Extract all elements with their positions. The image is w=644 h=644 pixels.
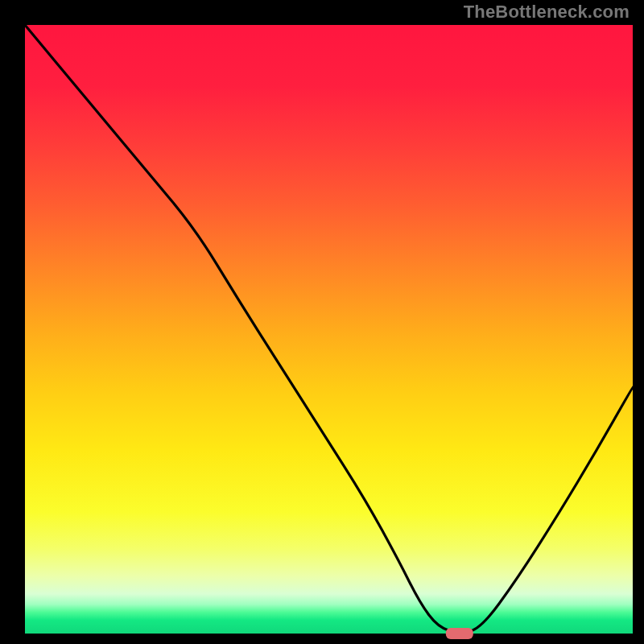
optimal-marker [446,628,473,639]
bottleneck-chart [0,0,644,644]
watermark-text: TheBottleneck.com [464,2,630,23]
